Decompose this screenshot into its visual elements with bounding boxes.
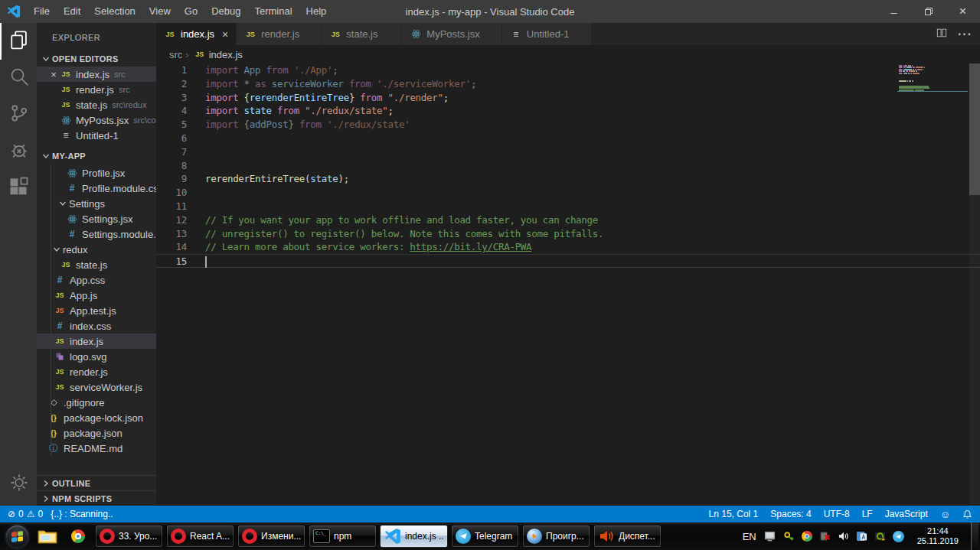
tree-file-App.css[interactable]: #App.css xyxy=(37,272,156,288)
explorer-taskbar-icon[interactable] xyxy=(32,523,63,549)
tray-nvidia-icon[interactable]: ! xyxy=(874,530,887,542)
scrollbar-thumb[interactable] xyxy=(969,63,980,195)
activity-search[interactable] xyxy=(0,60,37,96)
open-editor-Untitled-1[interactable]: ≡ Untitled-1 xyxy=(37,128,156,143)
tab-MyPosts.jsx[interactable]: MyPosts.jsx× xyxy=(402,23,501,45)
taskbar-button-React-A-[interactable]: React A... xyxy=(166,525,234,548)
status-lf[interactable]: LF xyxy=(862,509,873,519)
restore-button[interactable] xyxy=(911,0,946,23)
project-header[interactable]: MY-APP xyxy=(37,148,156,164)
tree-file-package-lock.json[interactable]: {}package-lock.json xyxy=(37,410,156,425)
code-line-3[interactable]: 3 import {rerenderEntireTree} from "./re… xyxy=(156,91,980,105)
menu-terminal[interactable]: Terminal xyxy=(247,0,299,23)
code-line-14[interactable]: 14 // Learn more about service workers: … xyxy=(156,240,980,254)
tab-Untitled-1[interactable]: ≡Untitled-1× xyxy=(502,23,591,45)
tree-file-logo.svg[interactable]: logo.svg xyxy=(37,349,156,364)
breadcrumb[interactable]: src › JS index.js xyxy=(156,45,980,63)
problems-indicator[interactable]: ⊘ 0 ⚠ 0 xyxy=(8,509,43,519)
close-icon[interactable]: × xyxy=(47,69,60,80)
menu-view[interactable]: View xyxy=(142,0,178,23)
menu-selection[interactable]: Selection xyxy=(87,0,142,23)
code-line-5[interactable]: 5 import {addPost} from './redux/state' xyxy=(156,118,980,132)
activity-explorer[interactable] xyxy=(0,23,37,60)
tree-file-Settings.jsx[interactable]: Settings.jsx xyxy=(37,211,156,226)
tray-display-icon[interactable] xyxy=(764,530,776,542)
taskbar-button-33-Уро-[interactable]: 33. Уро... xyxy=(95,525,163,548)
breadcrumb-file[interactable]: index.js xyxy=(209,49,243,60)
code-line-7[interactable]: 7 xyxy=(156,145,980,159)
tree-file-App.test.js[interactable]: JSApp.test.js xyxy=(37,303,156,318)
code-line-2[interactable]: 2 import * as serviceWorker from './serv… xyxy=(156,77,980,91)
tree-file-index.js[interactable]: JSindex.js xyxy=(37,334,156,349)
tray-ime-icon[interactable] xyxy=(856,530,868,542)
tray-key-icon[interactable] xyxy=(782,530,795,542)
split-editor-icon[interactable] xyxy=(936,28,947,41)
code-line-9[interactable]: 9 rerenderEntireTree(state); xyxy=(156,172,980,186)
status-ln-15-col-1[interactable]: Ln 15, Col 1 xyxy=(709,509,759,519)
open-editors-header[interactable]: OPEN EDITORS xyxy=(37,50,156,67)
activity-source-control[interactable] xyxy=(0,96,37,133)
menu-go[interactable]: Go xyxy=(178,0,204,23)
show-desktop-button[interactable] xyxy=(971,522,978,550)
menu-help[interactable]: Help xyxy=(299,0,334,23)
tree-file-Profile.jsx[interactable]: Profile.jsx xyxy=(37,165,156,181)
code-line-11[interactable]: 11 xyxy=(156,200,980,213)
language-indicator[interactable]: EN xyxy=(741,531,758,542)
activity-debug[interactable] xyxy=(0,133,37,170)
status-javascript[interactable]: JavaScript xyxy=(885,509,928,519)
open-editor-render.js[interactable]: JS render.js src xyxy=(37,82,156,97)
tree-file-state.js[interactable]: JSstate.js xyxy=(37,257,156,272)
minimize-button[interactable]: – xyxy=(877,0,911,23)
tab-index.js[interactable]: JSindex.js× xyxy=(156,23,236,45)
feedback-smiley-icon[interactable]: ☺ xyxy=(940,509,950,520)
open-editor-MyPosts.jsx[interactable]: MyPosts.jsx src\co... xyxy=(37,112,156,128)
open-editor-state.js[interactable]: JS state.js src\redux xyxy=(37,97,156,112)
editor-scrollbar[interactable] xyxy=(969,63,980,506)
tree-file-.gitignore[interactable]: .gitignore xyxy=(37,395,156,410)
tree-folder-Settings[interactable]: Settings xyxy=(37,196,156,211)
menu-file[interactable]: File xyxy=(27,0,57,23)
tree-file-README.md[interactable]: ⓘREADME.md xyxy=(37,441,156,456)
tab-render.js[interactable]: JSrender.js× xyxy=(237,23,321,45)
code-line-13[interactable]: 13 // unregister() to register() below. … xyxy=(156,227,980,241)
activity-extensions[interactable] xyxy=(0,170,37,207)
status-utf-8[interactable]: UTF-8 xyxy=(824,509,850,519)
code-line-8[interactable]: 8 xyxy=(156,159,980,173)
menu-debug[interactable]: Debug xyxy=(204,0,247,23)
more-actions-icon[interactable]: ··· xyxy=(958,28,972,41)
code-editor[interactable]: 1 import App from './App'; 2 import * as… xyxy=(156,63,980,506)
tray-device-error-icon[interactable] xyxy=(819,530,831,542)
close-button[interactable]: × xyxy=(946,0,980,23)
menu-edit[interactable]: Edit xyxy=(57,0,87,23)
tab-state.js[interactable]: JSstate.js× xyxy=(322,23,401,45)
tray-volume-white-icon[interactable] xyxy=(838,530,850,542)
code-line-6[interactable]: 6 xyxy=(156,132,980,145)
chrome-taskbar-icon[interactable] xyxy=(63,523,93,549)
tree-file-render.js[interactable]: JSrender.js xyxy=(37,364,156,379)
tree-folder-redux[interactable]: redux xyxy=(37,242,156,257)
tree-file-serviceWorker.js[interactable]: JSserviceWorker.js xyxy=(37,379,156,395)
code-line-10[interactable]: 10 xyxy=(156,186,980,200)
notifications-bell-icon[interactable] xyxy=(962,509,972,519)
tray-chrome-small-icon[interactable] xyxy=(801,530,813,542)
start-button[interactable] xyxy=(2,523,32,549)
code-line-4[interactable]: 4 import state from "./redux/state"; xyxy=(156,104,980,118)
code-line-1[interactable]: 1 import App from './App'; xyxy=(156,63,980,77)
code-line-15[interactable]: 15 xyxy=(156,254,980,268)
close-icon[interactable]: × xyxy=(214,28,228,41)
tree-file-Profile.module.css[interactable]: #Profile.module.css xyxy=(37,181,156,196)
taskbar-button-npm[interactable]: C:\_npm xyxy=(309,525,377,548)
tree-file-index.css[interactable]: #index.css xyxy=(37,318,156,334)
tree-file-package.json[interactable]: {}package.json xyxy=(37,425,156,441)
taskbar-button-Диспет-[interactable]: Диспет... xyxy=(593,525,662,548)
taskbar-button-index-js-[interactable]: index.js ... xyxy=(380,525,448,548)
code-line-12[interactable]: 12 // If you want your app to work offli… xyxy=(156,213,980,227)
taskbar-button-Измени-[interactable]: Измени... xyxy=(237,525,305,548)
status-spaces-4[interactable]: Spaces: 4 xyxy=(770,509,811,519)
npm-scripts-section[interactable]: NPM SCRIPTS xyxy=(37,490,156,506)
taskbar-button-Проигр-[interactable]: Проигр... xyxy=(522,525,590,548)
tray-telegram-small-icon[interactable] xyxy=(893,530,905,542)
open-editor-index.js[interactable]: × JS index.js src xyxy=(37,67,156,82)
outline-section[interactable]: OUTLINE xyxy=(37,475,156,490)
taskbar-clock[interactable]: 21:4425.11.2019 xyxy=(911,526,965,546)
